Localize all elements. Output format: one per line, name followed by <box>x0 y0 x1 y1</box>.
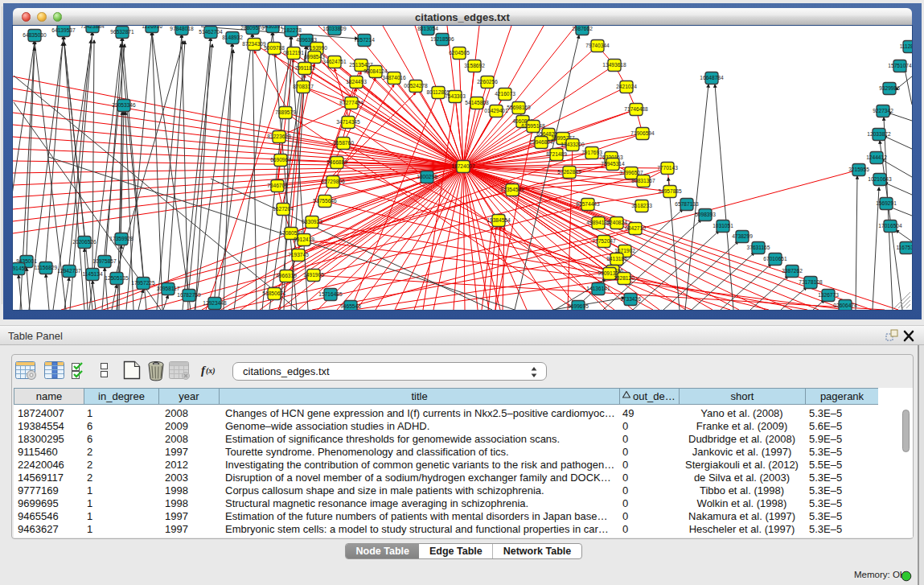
svg-text:2421024: 2421024 <box>616 84 637 89</box>
svg-text:3518233: 3518233 <box>631 203 652 208</box>
svg-text:9413186: 9413186 <box>606 256 627 262</box>
svg-text:62729806: 62729806 <box>321 179 345 184</box>
svg-text:17359928: 17359928 <box>109 236 133 241</box>
svg-text:98084124: 98084124 <box>363 68 388 74</box>
svg-text:1569291: 1569291 <box>876 200 897 206</box>
svg-text:87277434: 87277434 <box>339 100 363 105</box>
svg-text:9912419: 9912419 <box>294 237 314 242</box>
svg-text:4966319: 4966319 <box>276 273 297 278</box>
svg-text:8721489: 8721489 <box>546 151 567 157</box>
svg-text:54145868: 54145868 <box>465 100 489 105</box>
svg-text:64139537: 64139537 <box>51 27 76 33</box>
svg-text:79740344: 79740344 <box>585 43 610 48</box>
svg-text:53755646: 53755646 <box>313 198 337 204</box>
svg-text:10210643: 10210643 <box>868 176 892 182</box>
svg-text:6998543: 6998543 <box>304 54 325 60</box>
svg-text:34624751: 34624751 <box>322 59 347 64</box>
svg-text:5240824: 5240824 <box>606 220 627 225</box>
svg-text:7991183: 7991183 <box>294 65 315 71</box>
svg-text:5009788: 5009788 <box>264 45 285 51</box>
svg-text:0842710: 0842710 <box>625 225 646 231</box>
svg-text:1300295: 1300295 <box>417 174 437 179</box>
svg-text:7857214: 7857214 <box>354 37 375 43</box>
svg-text:3387262: 3387262 <box>782 268 803 274</box>
svg-text:9465546: 9465546 <box>340 303 361 309</box>
svg-text:72423884: 72423884 <box>80 26 105 29</box>
svg-text:6204505: 6204505 <box>449 50 470 56</box>
svg-text:1145134: 1145134 <box>82 271 103 277</box>
svg-text:00524278: 00524278 <box>404 83 428 89</box>
svg-text:1326773: 1326773 <box>818 292 839 298</box>
svg-text:85574443: 85574443 <box>576 201 600 207</box>
svg-text:6658760: 6658760 <box>333 140 354 146</box>
svg-text:17957225: 17957225 <box>131 280 155 286</box>
svg-text:12505135: 12505135 <box>105 275 129 281</box>
svg-text:3215955: 3215955 <box>848 167 869 172</box>
svg-text:1167533: 1167533 <box>896 245 912 250</box>
svg-text:37631165: 37631165 <box>747 245 770 250</box>
svg-text:(x): (x) <box>206 366 216 376</box>
svg-text:1491905: 1491905 <box>303 272 324 278</box>
svg-text:9227342: 9227342 <box>873 108 893 113</box>
svg-text:7346706: 7346706 <box>267 183 288 188</box>
svg-text:34957885: 34957885 <box>658 188 682 194</box>
svg-text:1824493: 1824493 <box>346 79 367 84</box>
svg-text:7770143: 7770143 <box>657 165 678 171</box>
svg-text:7193745: 7193745 <box>288 252 309 257</box>
svg-text:20206526: 20206526 <box>72 239 97 245</box>
svg-text:15716485: 15716485 <box>318 291 343 297</box>
svg-text:0812191: 0812191 <box>283 50 304 56</box>
svg-text:2260256: 2260256 <box>477 79 498 84</box>
svg-text:71746488: 71746488 <box>624 106 648 112</box>
svg-text:29053346: 29053346 <box>112 102 136 108</box>
svg-text:4738299: 4738299 <box>732 233 753 239</box>
svg-text:12033872: 12033872 <box>867 131 891 137</box>
svg-text:5098393: 5098393 <box>695 212 716 217</box>
svg-text:55698169: 55698169 <box>507 105 531 110</box>
svg-text:3158692: 3158692 <box>464 63 485 68</box>
svg-text:77752047: 77752047 <box>592 238 616 244</box>
svg-text:34714345: 34714345 <box>336 119 360 125</box>
svg-text:0330923: 0330923 <box>302 219 322 225</box>
svg-text:6193990: 6193990 <box>306 45 327 51</box>
svg-text:13493618: 13493618 <box>602 62 626 68</box>
svg-text:1244412: 1244412 <box>866 154 887 160</box>
svg-text:2328120: 2328120 <box>614 275 634 281</box>
svg-text:1112865: 1112865 <box>900 43 912 49</box>
svg-text:1031051: 1031051 <box>713 223 733 229</box>
svg-text:19384554: 19384554 <box>487 217 511 223</box>
svg-text:7182278: 7182278 <box>281 27 302 33</box>
svg-text:27354549: 27354549 <box>500 187 524 192</box>
svg-text:12942737: 12942737 <box>57 268 81 274</box>
svg-text:67010651: 67010651 <box>763 256 787 262</box>
svg-text:7889579: 7889579 <box>275 109 296 115</box>
svg-text:61595148: 61595148 <box>521 123 545 129</box>
svg-text:1733426: 1733426 <box>620 296 641 302</box>
svg-text:5466889: 5466889 <box>326 159 347 165</box>
svg-text:80831367: 80831367 <box>631 178 655 183</box>
svg-text:14136141: 14136141 <box>586 286 610 291</box>
svg-text:15751074: 15751074 <box>888 63 912 68</box>
svg-text:51462704: 51462704 <box>199 29 223 35</box>
svg-text:34874016: 34874016 <box>382 75 406 80</box>
svg-text:16648784: 16648784 <box>700 75 724 80</box>
svg-text:8708317: 8708317 <box>293 84 314 89</box>
svg-text:8148932: 8148932 <box>222 35 243 40</box>
svg-text:1226916: 1226916 <box>142 26 162 29</box>
svg-text:97848018: 97848018 <box>170 26 194 31</box>
svg-text:4216073: 4216073 <box>495 91 515 97</box>
svg-text:96532871: 96532871 <box>110 29 134 35</box>
svg-text:11156829: 11156829 <box>35 265 58 270</box>
svg-text:64835030: 64835030 <box>23 32 47 38</box>
svg-text:87234309: 87234309 <box>242 41 266 47</box>
svg-text:17016504: 17016504 <box>878 223 902 229</box>
svg-text:9329986: 9329986 <box>879 85 900 91</box>
svg-text:891459: 891459 <box>13 266 27 271</box>
svg-text:71906594: 71906594 <box>630 130 655 136</box>
svg-text:6690967: 6690967 <box>270 157 291 163</box>
svg-text:1627204: 1627204 <box>273 206 294 212</box>
svg-text:81223623: 81223623 <box>267 134 291 139</box>
svg-text:02606474: 02606474 <box>833 303 857 308</box>
svg-text:13433200: 13433200 <box>561 142 585 147</box>
svg-text:73178108: 73178108 <box>799 279 823 285</box>
